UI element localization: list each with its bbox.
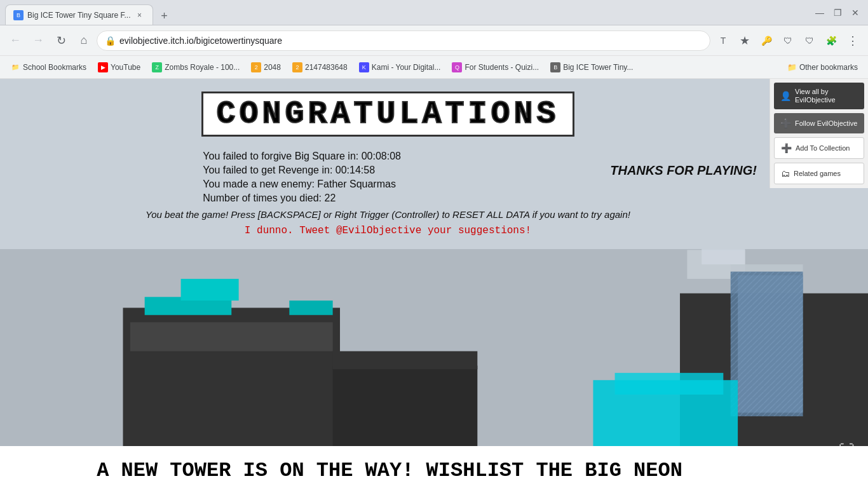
tab-favicon: B <box>13 10 24 20</box>
follow-button[interactable]: ➕ Follow EvilObjective <box>774 113 864 133</box>
close-window-button[interactable]: ✕ <box>848 5 863 20</box>
svg-rect-9 <box>333 365 478 446</box>
add-collection-label: Add To Collection <box>796 144 850 152</box>
bookmark-2048[interactable]: 2 2048 <box>246 60 286 75</box>
menu-button[interactable]: ⋮ <box>843 30 863 51</box>
url-text: evilobjective.itch.io/bigicetowertinysqu… <box>119 36 702 46</box>
zombs-bookmark-icon: Z <box>152 62 162 72</box>
bookmark-button[interactable]: ★ <box>735 30 755 51</box>
nav-bar: ← → ↻ ⌂ 🔒 evilobjective.itch.io/bigiceto… <box>0 25 868 56</box>
title-bar: B Big ICE Tower Tiny Square F... × + — ❐… <box>0 0 868 25</box>
tab-title: Big ICE Tower Tiny Square F... <box>27 11 131 20</box>
svg-rect-2 <box>702 249 745 264</box>
nav-actions: T ★ 🔑 🛡 🛡 🧩 ⋮ <box>713 30 863 51</box>
view-all-button[interactable]: 👤 View all by EvilObjective <box>774 83 864 109</box>
reset-text: You beat the game! Press [BACKSPACE] or … <box>19 209 757 220</box>
kami-bookmark-label: Kami - Your Digital... <box>372 63 441 72</box>
security-icon: 🔒 <box>105 36 116 46</box>
add-collection-button[interactable]: ➕ Add To Collection <box>774 137 864 159</box>
kami-bookmark-icon: K <box>359 62 369 72</box>
shield2-button[interactable]: 🛡 <box>799 30 820 51</box>
other-bookmarks[interactable]: 📁 Other bookmarks <box>782 60 863 74</box>
other-bookmarks-label: Other bookmarks <box>799 63 858 72</box>
active-tab[interactable]: B Big ICE Tower Tiny Square F... × <box>5 4 153 25</box>
youtube-bookmark-icon: ▶ <box>98 62 108 72</box>
new-tab-button[interactable]: + <box>156 7 173 25</box>
minimize-button[interactable]: — <box>812 5 827 20</box>
tab-close-button[interactable]: × <box>135 10 145 20</box>
forward-button[interactable]: → <box>28 30 48 51</box>
svg-rect-14 <box>731 271 803 416</box>
2048-bookmark-icon: 2 <box>251 62 261 72</box>
congrats-section: congratulations You failed to forgive Bi… <box>0 79 868 249</box>
other-bookmarks-icon: 📁 <box>787 63 797 72</box>
translate-button[interactable]: T <box>713 30 733 51</box>
bookmark-youtube[interactable]: ▶ YouTube <box>93 60 146 75</box>
back-button[interactable]: ← <box>5 30 25 51</box>
extensions-button[interactable]: 🧩 <box>821 30 841 51</box>
big-ice-bookmark-label: Big ICE Tower Tiny... <box>563 63 633 72</box>
2048-bookmark-label: 2048 <box>264 63 281 72</box>
svg-rect-10 <box>333 351 478 369</box>
home-button[interactable]: ⌂ <box>74 30 94 51</box>
2147483648-bookmark-label: 2147483648 <box>305 63 348 72</box>
bookmark-big-ice[interactable]: B Big ICE Tower Tiny... <box>545 60 638 75</box>
game-content: congratulations You failed to forgive Bi… <box>0 79 868 488</box>
side-panel: 👤 View all by EvilObjective ➕ Follow Evi… <box>770 79 868 188</box>
window-controls: — ❐ ✕ <box>812 5 863 20</box>
tweet-text: I dunno. Tweet @EvilObjective your sugge… <box>19 225 757 236</box>
game-scene: What kind of Tower should we rule next? … <box>0 249 868 446</box>
passwords-button[interactable]: 🔑 <box>756 30 776 51</box>
zombs-bookmark-label: Zombs Royale - 100... <box>165 63 240 72</box>
svg-rect-7 <box>181 279 239 301</box>
youtube-bookmark-label: YouTube <box>111 63 140 72</box>
quizi-bookmark-label: For Students - Quizi... <box>465 63 539 72</box>
thanks-text: THANKS FOR PLAYING! <box>610 163 757 178</box>
quizi-bookmark-icon: Q <box>452 62 462 72</box>
game-svg: What kind of Tower should we rule next? … <box>0 249 868 446</box>
bottom-text: A NEW TOWER IS ON THE WAY! Wishlist the … <box>0 446 868 488</box>
svg-rect-17 <box>615 373 724 395</box>
school-bookmark-icon: 📁 <box>10 62 20 72</box>
stat-enemy: You made a new enemy: Father Squarmas <box>203 179 401 190</box>
bookmarks-bar: 📁 School Bookmarks ▶ YouTube Z Zombs Roy… <box>0 56 868 79</box>
maximize-button[interactable]: ❐ <box>830 5 845 20</box>
svg-rect-5 <box>130 322 333 351</box>
congrats-title: congratulations <box>201 92 574 137</box>
bookmark-kami[interactable]: K Kami - Your Digital... <box>354 60 446 75</box>
svg-text:⛶: ⛶ <box>839 442 855 446</box>
follow-label: Follow EvilObjective <box>795 119 857 127</box>
related-games-button[interactable]: 🗂 Related games <box>774 163 864 184</box>
big-ice-bookmark-icon: B <box>550 62 560 72</box>
school-bookmark-label: School Bookmarks <box>23 63 86 72</box>
view-all-icon: 👤 <box>780 91 791 101</box>
bookmark-zombs[interactable]: Z Zombs Royale - 100... <box>147 60 245 75</box>
bookmark-quizi[interactable]: Q For Students - Quizi... <box>447 60 544 75</box>
tab-area: B Big ICE Tower Tiny Square F... × + <box>5 0 812 25</box>
address-bar[interactable]: 🔒 evilobjective.itch.io/bigicetowertinys… <box>97 30 710 51</box>
stat-revenge: You failed to get Revenge in: 00:14:58 <box>203 165 401 176</box>
bookmark-2147483648[interactable]: 2 2147483648 <box>287 60 353 75</box>
follow-icon: ➕ <box>780 118 791 128</box>
shield1-button[interactable]: 🛡 <box>778 30 798 51</box>
stats-block: You failed to forgive Big Square in: 00:… <box>203 151 401 204</box>
svg-rect-8 <box>289 301 332 315</box>
2147483648-bookmark-icon: 2 <box>292 62 302 72</box>
bookmark-school[interactable]: 📁 School Bookmarks <box>5 60 92 75</box>
stat-forgive: You failed to forgive Big Square in: 00:… <box>203 151 401 162</box>
add-collection-icon: ➕ <box>781 143 792 153</box>
refresh-button[interactable]: ↻ <box>51 30 71 51</box>
stat-deaths: Number of times you died: 22 <box>203 193 401 204</box>
view-all-label: View all by EvilObjective <box>795 88 858 104</box>
content-area: congratulations You failed to forgive Bi… <box>0 79 868 488</box>
related-games-label: Related games <box>794 170 841 177</box>
related-games-icon: 🗂 <box>781 168 790 179</box>
